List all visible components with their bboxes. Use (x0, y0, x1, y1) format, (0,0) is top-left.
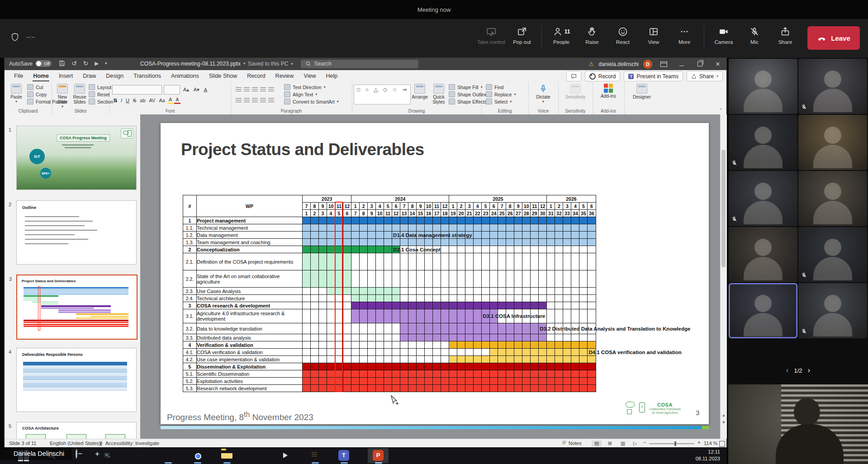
pagination-prev-icon[interactable]: ‹ (786, 366, 789, 375)
warning-icon[interactable]: ⚠ (589, 61, 594, 67)
leave-button[interactable]: Leave (807, 26, 860, 50)
zoom-out-button[interactable]: − (643, 440, 646, 445)
doc-title-chevron-icon[interactable]: ▾ (291, 62, 293, 66)
present-in-teams-button[interactable]: TPresent in Teams (624, 71, 683, 81)
bold-button[interactable]: B (112, 97, 119, 104)
select-button[interactable]: Select▾ (486, 99, 516, 104)
reading-view-button[interactable]: ▥ (618, 440, 628, 446)
redo-icon[interactable]: ↻ (83, 60, 89, 67)
slide-counter[interactable]: Slide 3 of 11 (9, 440, 36, 446)
slide-thumbnail-1[interactable]: 1 COSA Progress Meeting IoT NPK+ (16, 126, 137, 190)
participant-tile[interactable] (729, 115, 797, 170)
close-button[interactable]: × (711, 58, 725, 70)
tab-help[interactable]: Help (321, 71, 342, 81)
tab-draw[interactable]: Draw (78, 71, 101, 81)
participant-tile[interactable] (729, 171, 797, 226)
paste-button[interactable]: Paste▾ (6, 84, 26, 103)
participant-tile[interactable] (798, 283, 867, 338)
share-file-button[interactable]: Share ▾ (687, 71, 723, 81)
tab-animations[interactable]: Animations (166, 71, 204, 81)
canvas-scrollbar[interactable]: ▲ ▼ (720, 114, 727, 439)
mic-button[interactable]: Mic (740, 23, 769, 45)
camera-button[interactable]: Camera (709, 23, 739, 45)
overlay-zoom-in[interactable]: + (95, 450, 100, 459)
restore-button[interactable] (693, 58, 707, 70)
normal-view-button[interactable]: ▤ (592, 440, 602, 446)
start-slideshow-icon[interactable]: ▶ (95, 61, 98, 66)
text-direction-button[interactable]: Text Direction▾ (284, 84, 339, 90)
file-explorer-icon[interactable] (221, 450, 233, 462)
participant-tile[interactable] (729, 283, 797, 338)
underline-button[interactable]: U (124, 97, 131, 104)
character-spacing-button[interactable]: AV (148, 97, 157, 104)
minimize-button[interactable] (675, 58, 688, 70)
slide-thumbnail-2[interactable]: 2 Outline (16, 200, 137, 265)
grow-font-button[interactable]: A▴ (182, 86, 190, 93)
comments-button[interactable] (566, 71, 581, 81)
fit-to-window-button[interactable] (719, 441, 725, 447)
participant-tile[interactable] (798, 59, 867, 114)
slide-sorter-view-button[interactable]: ⊞ (605, 440, 615, 446)
tab-transitions[interactable]: Transitions (128, 71, 166, 81)
slide-thumbnail-5[interactable]: 5 COSA Architecture (16, 422, 137, 439)
addins-button[interactable]: Add-ins (598, 84, 618, 99)
notes-button[interactable]: Notes (562, 440, 582, 446)
record-button[interactable]: Record (585, 71, 621, 81)
italic-button[interactable]: I (119, 97, 123, 104)
alignment-buttons[interactable] (234, 97, 275, 105)
raise-hand-button[interactable]: Raise (577, 23, 607, 45)
strikethrough-button[interactable]: S (132, 97, 138, 104)
font-size-select[interactable] (164, 85, 180, 95)
pop-out-button[interactable]: Pop out (507, 23, 537, 45)
take-control-button[interactable]: Take control (476, 23, 506, 45)
slide-thumbnail-4[interactable]: 4 Deliverables Resposible Persons (16, 348, 137, 412)
font-name-select[interactable] (112, 85, 162, 95)
tab-slide-show[interactable]: Slide Show (204, 71, 242, 81)
account-name[interactable]: daniela.delinschi (598, 61, 639, 67)
designer-button[interactable]: Designer (632, 84, 652, 99)
zoom-slider-thumb[interactable] (674, 441, 676, 446)
list-buttons[interactable] (234, 86, 275, 94)
react-button[interactable]: React (608, 23, 638, 45)
replace-button[interactable]: Replace▾ (486, 91, 516, 97)
zoom-level[interactable]: 114 % (704, 440, 717, 446)
tab-insert[interactable]: Insert (54, 71, 78, 81)
scrollbar-thumb[interactable] (721, 150, 726, 267)
participant-tile[interactable] (798, 115, 867, 170)
find-button[interactable]: Find (486, 84, 516, 90)
tab-record[interactable]: Record (242, 71, 270, 81)
overlay-zoom-out[interactable]: − (78, 450, 82, 459)
dictate-button[interactable]: Dictate▾ (533, 84, 553, 103)
terminal-icon[interactable]: >_ (104, 450, 116, 462)
shrink-font-button[interactable]: A▾ (192, 86, 201, 93)
participant-tile[interactable] (729, 59, 797, 114)
quick-styles-button[interactable]: Quick Styles (429, 84, 449, 104)
clear-formatting-button[interactable]: A̲ (203, 87, 209, 93)
participant-tile[interactable] (798, 227, 867, 282)
participant-tile[interactable] (798, 171, 867, 226)
ribbon-display-options-button[interactable] (657, 58, 670, 70)
taskbar-clock[interactable]: 12:1108.11.2023 (696, 449, 720, 462)
next-slide-button[interactable]: ▼ (721, 420, 727, 425)
zoom-slider[interactable] (649, 443, 694, 444)
previous-slide-button[interactable]: ▲ (721, 413, 727, 417)
more-button[interactable]: More (669, 23, 699, 45)
save-icon[interactable] (59, 60, 65, 66)
tab-review[interactable]: Review (270, 71, 299, 81)
font-color-button[interactable]: A (174, 96, 180, 104)
account-avatar[interactable]: D (643, 60, 652, 69)
arrange-button[interactable]: Arrange (410, 84, 430, 99)
accessibility-status[interactable]: Accessibility: Investigate (99, 440, 159, 446)
app-sphere-icon[interactable] (251, 450, 262, 462)
notes-app-icon[interactable] (309, 450, 321, 462)
highlight-color-button[interactable]: A (167, 96, 173, 104)
reuse-slides-button[interactable]: Reuse Slides (70, 84, 90, 104)
zoom-in-button[interactable]: + (697, 440, 700, 445)
undo-icon[interactable]: ↺ (71, 60, 77, 67)
align-text-button[interactable]: Align Text▾ (284, 91, 339, 97)
shapes-gallery[interactable]: □ ○ △ ◇ ☆ ⇒ (354, 85, 411, 104)
sensitivity-button[interactable]: Sensitivity (565, 84, 585, 99)
pagination-next-icon[interactable]: › (808, 366, 811, 375)
chrome-icon[interactable] (192, 450, 204, 462)
powerpoint-app-icon[interactable]: P (373, 450, 384, 462)
